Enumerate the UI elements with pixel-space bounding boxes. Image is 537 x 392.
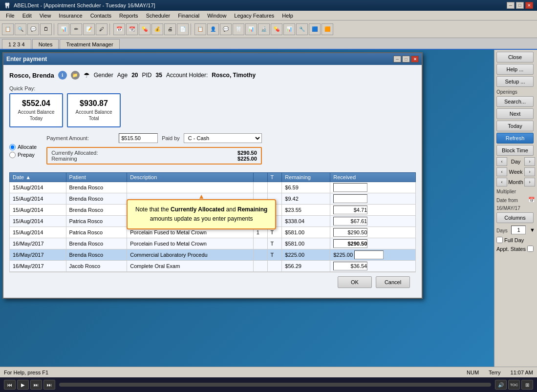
toolbar-btn-22[interactable]: 📊 xyxy=(283,23,295,35)
row1-input[interactable] xyxy=(333,183,367,192)
row1-t xyxy=(267,182,282,193)
quick-pay-box-total[interactable]: $930.87 Account Balance Total xyxy=(67,93,121,127)
menu-scheduler[interactable]: Scheduler xyxy=(142,12,174,20)
paid-by-select[interactable]: C - Cash xyxy=(184,133,262,143)
toolbar-btn-21[interactable]: 💊 xyxy=(271,23,282,35)
minimize-button[interactable]: ─ xyxy=(507,2,515,9)
dialog-minimize-button[interactable]: ─ xyxy=(393,56,401,62)
toolbar-btn-24[interactable]: 🟦 xyxy=(309,23,321,35)
month-next-button[interactable]: › xyxy=(524,178,535,186)
cancel-button[interactable]: Cancel xyxy=(376,276,410,288)
toolbar-btn-10[interactable]: 📆 xyxy=(126,23,138,35)
taskbar-toc-button[interactable]: TOC xyxy=(508,380,520,390)
week-prev-button[interactable]: ‹ xyxy=(496,167,507,176)
week-next-button[interactable]: › xyxy=(524,167,535,176)
tab-treatment[interactable]: Treatment Manager xyxy=(60,39,119,49)
row3-input[interactable] xyxy=(333,206,367,214)
close-sidebar-button[interactable]: Close xyxy=(496,52,534,62)
toolbar-btn-16[interactable]: 👤 xyxy=(207,23,219,35)
menu-edit[interactable]: Edit xyxy=(19,12,36,20)
col-t: T xyxy=(267,173,282,182)
toolbar-btn-25[interactable]: 🟧 xyxy=(322,23,333,35)
toolbar-btn-1[interactable]: 📋 xyxy=(2,23,14,35)
appt-states-row[interactable]: Appt. States xyxy=(496,246,535,252)
today-button[interactable]: Today xyxy=(496,121,534,131)
toolbar-btn-6[interactable]: ✏ xyxy=(70,23,82,35)
toolbar-btn-5[interactable]: 📊 xyxy=(58,23,69,35)
toolbar-btn-18[interactable]: 🦷 xyxy=(233,23,244,35)
row6-input[interactable] xyxy=(333,239,367,248)
menu-help[interactable]: Help xyxy=(278,12,297,20)
patient-folder-icon[interactable]: 📁 xyxy=(71,71,80,80)
toolbar-btn-4[interactable]: 🗒 xyxy=(40,23,52,35)
search-button[interactable]: Search... xyxy=(496,96,534,107)
toolbar-btn-20[interactable]: 🔬 xyxy=(258,23,270,35)
menu-legacy[interactable]: Legacy Features xyxy=(230,12,278,20)
taskbar-btn-3[interactable]: ⏭ xyxy=(30,380,42,390)
toolbar-btn-12[interactable]: 💰 xyxy=(151,23,163,35)
days-input[interactable] xyxy=(511,226,526,234)
toolbar-btn-8[interactable]: 🖊 xyxy=(96,23,107,35)
taskbar-btn-1[interactable]: ⏮ xyxy=(4,380,16,390)
quick-pay-box-today[interactable]: $552.04 Account Balance Today xyxy=(9,93,63,127)
prepay-radio-row[interactable]: Prepay xyxy=(9,152,37,158)
col-date[interactable]: Date ▲ xyxy=(10,173,66,182)
ok-button[interactable]: OK xyxy=(338,276,372,288)
toolbar-btn-11[interactable]: 💊 xyxy=(139,23,150,35)
full-day-row[interactable]: Full Day xyxy=(496,237,535,243)
calendar-icon[interactable]: 📅 xyxy=(528,197,535,203)
appt-states-checkbox[interactable] xyxy=(527,246,534,252)
row2-input[interactable] xyxy=(333,194,367,203)
menu-insurance[interactable]: Insurance xyxy=(55,12,86,20)
toolbar-btn-23[interactable]: 🔧 xyxy=(296,23,308,35)
dialog-maximize-button[interactable]: □ xyxy=(402,56,410,62)
setup-button[interactable]: Setup ... xyxy=(496,76,534,87)
toolbar-btn-17[interactable]: 💬 xyxy=(220,23,232,35)
prepay-radio[interactable] xyxy=(9,152,16,158)
next-button[interactable]: Next xyxy=(496,108,534,119)
toolbar-btn-9[interactable]: 📅 xyxy=(113,23,125,35)
menu-file[interactable]: File xyxy=(2,12,19,20)
table-row: 16/May/2017 Brenda Rosco Porcelain Fused… xyxy=(10,238,416,249)
day-prev-button[interactable]: ‹ xyxy=(496,157,507,166)
row8-input[interactable] xyxy=(333,262,367,270)
taskbar-btn-2[interactable]: ▶ xyxy=(17,380,29,390)
maximize-button[interactable]: □ xyxy=(516,2,524,9)
tab-notes[interactable]: Notes xyxy=(32,39,59,49)
allocate-radio-row[interactable]: Allocate xyxy=(9,144,37,150)
taskbar-btn-4[interactable]: ⏭ xyxy=(43,380,55,390)
payment-amount-input[interactable] xyxy=(119,133,158,143)
allocate-radio[interactable] xyxy=(9,144,16,150)
menu-contacts[interactable]: Contacts xyxy=(86,12,115,20)
menu-view[interactable]: View xyxy=(36,12,55,20)
menu-financial[interactable]: Financial xyxy=(174,12,203,20)
days-dropdown-icon[interactable]: ▼ xyxy=(530,227,535,233)
help-button[interactable]: Help ... xyxy=(496,64,534,75)
taskbar-expand-button[interactable]: ⊞ xyxy=(521,380,533,390)
taskbar-volume-icon[interactable]: 🔊 xyxy=(495,380,507,390)
toolbar-btn-3[interactable]: 💬 xyxy=(27,23,39,35)
row4-input[interactable] xyxy=(333,217,367,226)
refresh-button[interactable]: Refresh xyxy=(496,133,534,144)
tab-1234[interactable]: 1 2 3 4 xyxy=(2,39,31,49)
block-time-button[interactable]: Block Time xyxy=(496,145,534,156)
menu-window[interactable]: Window xyxy=(203,12,230,20)
row7-input[interactable] xyxy=(354,250,384,259)
taskbar-progress[interactable] xyxy=(59,383,491,387)
toolbar-btn-19[interactable]: 📊 xyxy=(245,23,257,35)
patient-info-icon[interactable]: ℹ xyxy=(58,71,67,80)
scheduler-area[interactable]: ski B rew W S A A Enter payment ─ □ ✕ Ro… xyxy=(0,50,494,392)
toolbar-btn-2[interactable]: 🔍 xyxy=(15,23,26,35)
month-prev-button[interactable]: ‹ xyxy=(496,178,507,186)
toolbar-btn-7[interactable]: 📝 xyxy=(83,23,95,35)
columns-button[interactable]: Columns xyxy=(496,212,534,223)
dialog-close-button[interactable]: ✕ xyxy=(411,56,419,62)
row5-input[interactable] xyxy=(333,228,367,237)
menu-reports[interactable]: Reports xyxy=(115,12,142,20)
toolbar-btn-15[interactable]: 📋 xyxy=(194,23,206,35)
full-day-checkbox[interactable] xyxy=(496,237,503,243)
toolbar-btn-14[interactable]: 📄 xyxy=(177,23,189,35)
close-button[interactable]: ✕ xyxy=(525,2,533,9)
toolbar-btn-13[interactable]: 🖨 xyxy=(164,23,176,35)
day-next-button[interactable]: › xyxy=(524,157,535,166)
